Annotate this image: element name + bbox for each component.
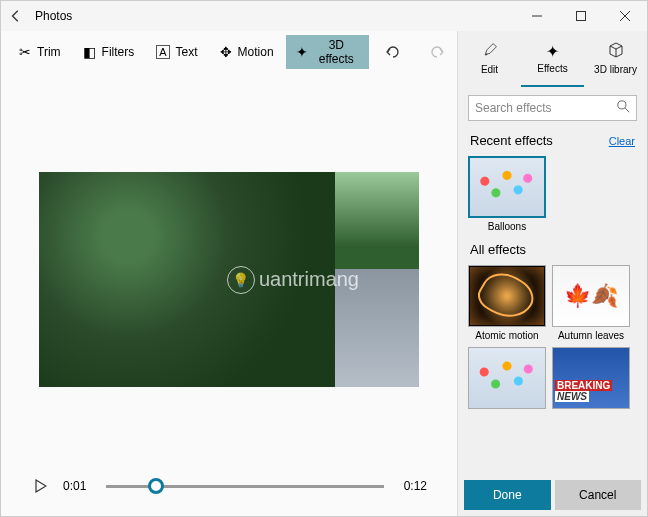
text-icon: A bbox=[156, 45, 169, 59]
all-effects-title: All effects bbox=[470, 242, 526, 257]
trim-label: Trim bbox=[37, 45, 61, 59]
cancel-button[interactable]: Cancel bbox=[555, 480, 642, 510]
svg-point-2 bbox=[618, 101, 626, 109]
tab-3d-library[interactable]: 3D library bbox=[584, 31, 647, 87]
effect-thumb bbox=[468, 265, 546, 327]
pencil-icon bbox=[482, 42, 498, 62]
3d-effects-button[interactable]: ✦ 3D effects bbox=[286, 35, 369, 69]
effect-card-atomic[interactable]: Atomic motion bbox=[468, 265, 546, 341]
playhead[interactable] bbox=[148, 478, 164, 494]
time-current: 0:01 bbox=[63, 479, 86, 493]
effect-card-autumn[interactable]: Autumn leaves bbox=[552, 265, 630, 341]
effect-thumb: BREAKINGNEWS bbox=[552, 347, 630, 409]
effect-label: Balloons bbox=[488, 221, 526, 232]
recent-effects-title: Recent effects bbox=[470, 133, 553, 148]
time-total: 0:12 bbox=[404, 479, 427, 493]
effect-card-balloons[interactable]: Balloons bbox=[468, 156, 546, 232]
app-title: Photos bbox=[31, 9, 515, 23]
back-button[interactable] bbox=[1, 1, 31, 31]
timeline: 0:01 0:12 bbox=[1, 456, 457, 516]
effect-thumb bbox=[468, 347, 546, 409]
done-button[interactable]: Done bbox=[464, 480, 551, 510]
svg-rect-1 bbox=[577, 12, 586, 21]
window-controls bbox=[515, 1, 647, 31]
text-button[interactable]: A Text bbox=[146, 35, 207, 69]
filters-icon: ◧ bbox=[83, 44, 96, 60]
sparkle-icon: ✦ bbox=[296, 44, 308, 60]
footer-buttons: Done Cancel bbox=[458, 474, 647, 516]
tab-edit-label: Edit bbox=[481, 64, 498, 75]
tab-effects-label: Effects bbox=[537, 63, 567, 74]
effect-label: Atomic motion bbox=[475, 330, 538, 341]
svg-line-3 bbox=[625, 108, 629, 112]
cube-icon bbox=[608, 42, 624, 62]
watermark-text: uantrimang bbox=[259, 268, 359, 291]
toolbar: ✂ Trim ◧ Filters A Text ✥ Motion ✦ 3D ef… bbox=[1, 31, 457, 73]
filters-label: Filters bbox=[102, 45, 135, 59]
effects-sidebar: Edit ✦ Effects 3D library Search effects bbox=[457, 31, 647, 516]
tab-effects[interactable]: ✦ Effects bbox=[521, 31, 584, 87]
search-input[interactable]: Search effects bbox=[468, 95, 637, 121]
bulb-icon: 💡 bbox=[227, 266, 255, 294]
tab-library-label: 3D library bbox=[594, 64, 637, 75]
filters-button[interactable]: ◧ Filters bbox=[73, 35, 145, 69]
effect-thumb bbox=[468, 156, 546, 218]
effect-card-breaking[interactable]: BREAKINGNEWS bbox=[552, 347, 630, 412]
sparkles-icon: ✦ bbox=[546, 42, 559, 61]
play-button[interactable] bbox=[31, 476, 51, 496]
close-button[interactable] bbox=[603, 1, 647, 31]
preview-area: 💡 uantrimang bbox=[1, 73, 457, 456]
effect-card-balloons-2[interactable] bbox=[468, 347, 546, 412]
effect-label: Autumn leaves bbox=[558, 330, 624, 341]
maximize-button[interactable] bbox=[559, 1, 603, 31]
tab-edit[interactable]: Edit bbox=[458, 31, 521, 87]
watermark: 💡 uantrimang bbox=[227, 266, 359, 294]
video-preview[interactable]: 💡 uantrimang bbox=[39, 172, 419, 387]
titlebar: Photos bbox=[1, 1, 647, 31]
trim-button[interactable]: ✂ Trim bbox=[9, 35, 71, 69]
minimize-button[interactable] bbox=[515, 1, 559, 31]
main-panel: ✂ Trim ◧ Filters A Text ✥ Motion ✦ 3D ef… bbox=[1, 31, 457, 516]
sidebar-tabs: Edit ✦ Effects 3D library bbox=[458, 31, 647, 87]
clear-link[interactable]: Clear bbox=[609, 135, 635, 147]
motion-icon: ✥ bbox=[220, 44, 232, 60]
search-icon bbox=[617, 100, 630, 116]
timeline-track[interactable] bbox=[106, 485, 383, 488]
trim-icon: ✂ bbox=[19, 44, 31, 60]
search-placeholder: Search effects bbox=[475, 101, 552, 115]
3d-effects-label: 3D effects bbox=[314, 38, 359, 66]
motion-label: Motion bbox=[238, 45, 274, 59]
redo-button[interactable] bbox=[425, 40, 449, 64]
effect-thumb bbox=[552, 265, 630, 327]
undo-button[interactable] bbox=[381, 40, 405, 64]
text-label: Text bbox=[176, 45, 198, 59]
motion-button[interactable]: ✥ Motion bbox=[210, 35, 284, 69]
